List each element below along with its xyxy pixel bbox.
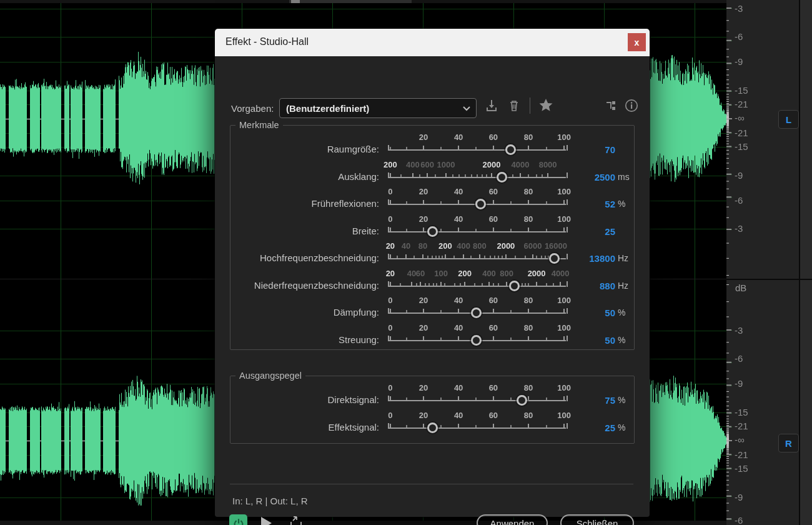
tick-label: 4000 xyxy=(512,160,530,169)
streuung-handle[interactable] xyxy=(471,335,482,346)
tick-label: 60 xyxy=(489,187,498,196)
tick-label: 60 xyxy=(489,383,498,392)
tick-label: 80 xyxy=(524,296,533,305)
hochfrequenzbeschneidung-handle[interactable] xyxy=(549,253,560,264)
apply-button[interactable]: Anwenden xyxy=(477,514,548,525)
group-legend: Merkmale xyxy=(235,120,283,130)
tick-label: 40 xyxy=(454,383,463,392)
tick-label: 100 xyxy=(557,411,571,420)
slider-row-niederfrequenzbeschneidung: Niederfrequenzbeschneidung:2040601002004… xyxy=(230,268,634,296)
tick-label: 100 xyxy=(557,383,571,392)
presets-dropdown[interactable]: (Benutzerdefiniert) xyxy=(279,98,477,118)
slider-label: Raumgröße: xyxy=(230,132,385,159)
tick-label: 60 xyxy=(416,269,425,278)
favorite-button[interactable] xyxy=(538,96,554,115)
hochfrequenzbeschneidung-value[interactable]: 13800 xyxy=(589,253,615,268)
horizontal-scrollbar[interactable] xyxy=(289,0,412,3)
save-preset-button[interactable] xyxy=(483,96,500,115)
tick-label: 2000 xyxy=(483,160,501,169)
info-icon xyxy=(624,98,639,113)
close-icon[interactable]: x xyxy=(628,33,646,51)
niederfrequenzbeschneidung-value[interactable]: 880 xyxy=(600,281,615,296)
preview-play-button[interactable] xyxy=(261,517,272,525)
tick-label: 0 xyxy=(388,323,392,332)
tick-label: 40 xyxy=(454,296,463,305)
chevron-down-icon xyxy=(462,106,471,111)
fruehreflexionen-handle[interactable] xyxy=(475,199,486,209)
tick-label: 80 xyxy=(524,411,533,420)
tick-label: 400 xyxy=(457,241,470,251)
presets-selected-value: (Benutzerdefiniert) xyxy=(280,103,462,114)
slider-row-direktsignal: Direktsignal:02040608010075% xyxy=(230,382,634,410)
raumgroesse-value[interactable]: 70 xyxy=(605,144,615,159)
slider-row-daempfung: Dämpfung:02040608010050% xyxy=(230,295,634,322)
dialog-titlebar[interactable]: Effekt - Studio-Hall x xyxy=(215,29,650,56)
tick-label: 600 xyxy=(420,160,434,169)
raumgroesse-handle[interactable] xyxy=(505,144,516,155)
tick-label: 2000 xyxy=(497,241,515,251)
info-button[interactable] xyxy=(623,96,640,115)
breite-slider[interactable]: 020406080100 xyxy=(385,214,570,241)
tick-label: 100 xyxy=(557,132,571,142)
tick-label: 20 xyxy=(419,187,428,196)
tick-label: 400 xyxy=(406,160,420,169)
tick-label: 80 xyxy=(524,187,533,196)
niederfrequenzbeschneidung-handle[interactable] xyxy=(509,281,520,291)
channel-badge-right[interactable]: R xyxy=(778,434,799,452)
daempfung-slider[interactable]: 020406080100 xyxy=(385,295,570,322)
direktsignal-handle[interactable] xyxy=(517,395,527,406)
tick-label: 16000 xyxy=(545,241,567,251)
direktsignal-value[interactable]: 75 xyxy=(605,395,615,410)
effect-power-toggle[interactable] xyxy=(229,514,247,525)
horizontal-scrollbar-thumb[interactable] xyxy=(291,0,300,3)
tick-label: 4000 xyxy=(552,269,570,278)
fruehreflexionen-slider[interactable]: 020406080100 xyxy=(385,186,570,214)
ausklang-slider[interactable]: 2004006001000200040008000 xyxy=(385,159,570,187)
tick-label: 0 xyxy=(388,411,392,420)
ausklang-handle[interactable] xyxy=(497,172,507,182)
slider-row-raumgroesse: Raumgröße:2040608010070 xyxy=(230,132,634,159)
routing-icon xyxy=(604,98,619,113)
slider-label: Ausklang: xyxy=(230,159,385,187)
niederfrequenzbeschneidung-slider[interactable]: 20406010020040080020004000 xyxy=(385,268,570,296)
slider-row-ausklang: Ausklang:20040060010002000400080002500ms xyxy=(230,159,634,187)
direktsignal-slider[interactable]: 020406080100 xyxy=(385,382,570,410)
daempfung-value[interactable]: 50 xyxy=(605,308,615,322)
loop-export-icon xyxy=(288,514,304,525)
breite-handle[interactable] xyxy=(427,226,438,237)
ausklang-value[interactable]: 2500 xyxy=(595,172,615,187)
fruehreflexionen-value[interactable]: 52 xyxy=(605,199,615,214)
channel-badge-left[interactable]: L xyxy=(778,110,799,129)
tick-label: 0 xyxy=(388,187,392,196)
delete-preset-button[interactable] xyxy=(506,96,522,115)
streuung-slider[interactable]: 020406080100 xyxy=(385,322,570,350)
slider-label: Breite: xyxy=(230,214,385,241)
effektsignal-handle[interactable] xyxy=(427,422,438,433)
slider-row-effektsignal: Effektsignal:02040608010025% xyxy=(230,410,634,438)
tick-label: 6000 xyxy=(524,241,542,251)
tick-label: 40 xyxy=(454,132,463,142)
effektsignal-slider[interactable]: 020406080100 xyxy=(385,410,570,438)
streuung-value[interactable]: 50 xyxy=(605,335,615,350)
tick-label: 60 xyxy=(489,132,498,142)
tick-label: 40 xyxy=(402,241,410,251)
slider-label: Direktsignal: xyxy=(230,382,385,410)
tick-label: 60 xyxy=(489,323,498,332)
tick-label: 20 xyxy=(419,411,428,420)
breite-value[interactable]: 25 xyxy=(605,226,615,241)
loop-playback-button[interactable] xyxy=(288,514,304,525)
effektsignal-value[interactable]: 25 xyxy=(605,422,615,438)
tick-label: 40 xyxy=(454,187,463,196)
hochfrequenzbeschneidung-slider[interactable]: 2040802004008002000600016000 xyxy=(385,241,570,268)
tick-label: 40 xyxy=(454,323,463,332)
tick-label: 1000 xyxy=(437,160,455,169)
dialog-title: Effekt - Studio-Hall xyxy=(225,36,309,48)
presets-label: Vorgaben: xyxy=(231,103,274,114)
tick-label: 20 xyxy=(419,323,428,332)
raumgroesse-slider[interactable]: 20406080100 xyxy=(385,132,570,159)
channel-routing-button[interactable] xyxy=(603,96,620,115)
tick-label: 20 xyxy=(386,241,395,251)
trash-icon xyxy=(507,98,522,113)
daempfung-handle[interactable] xyxy=(471,308,482,318)
close-dialog-button[interactable]: Schließen xyxy=(560,514,634,525)
